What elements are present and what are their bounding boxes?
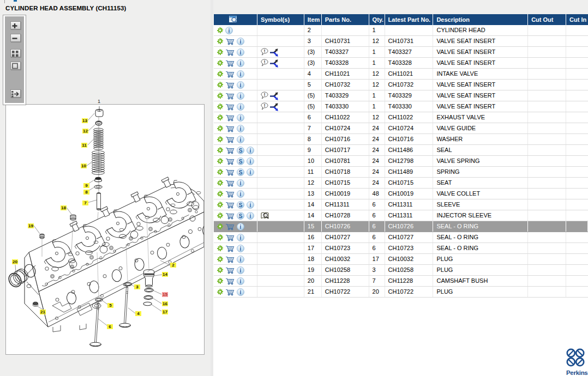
svg-text:3: 3 <box>136 284 139 289</box>
svg-text:6: 6 <box>109 324 111 329</box>
svg-text:20: 20 <box>13 259 17 264</box>
svg-text:16: 16 <box>163 301 167 306</box>
svg-text:9: 9 <box>85 183 88 188</box>
svg-text:19: 19 <box>28 223 33 228</box>
svg-text:11: 11 <box>82 143 87 148</box>
svg-text:5: 5 <box>109 303 112 308</box>
svg-text:14: 14 <box>163 272 167 277</box>
svg-text:17: 17 <box>163 310 167 314</box>
svg-text:18: 18 <box>61 205 66 210</box>
svg-text:7: 7 <box>84 201 87 205</box>
svg-text:12: 12 <box>83 129 88 134</box>
svg-text:8: 8 <box>85 190 88 195</box>
svg-text:13: 13 <box>82 118 87 123</box>
svg-text:21: 21 <box>40 310 45 314</box>
svg-text:10: 10 <box>81 163 86 168</box>
svg-text:15: 15 <box>163 292 167 297</box>
svg-text:4: 4 <box>137 311 140 316</box>
svg-text:2: 2 <box>172 263 175 268</box>
